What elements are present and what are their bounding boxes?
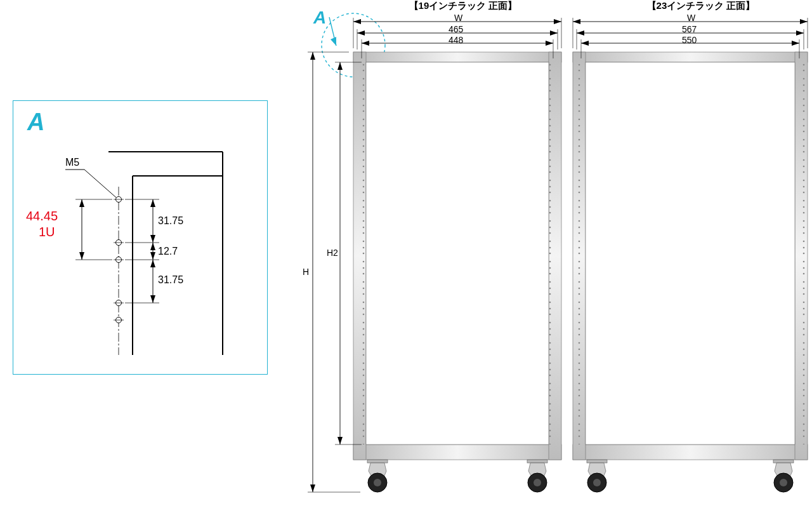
svg-marker-62 — [337, 62, 343, 70]
svg-rect-48 — [573, 444, 808, 460]
svg-marker-67 — [353, 19, 361, 24]
svg-rect-52 — [795, 62, 808, 444]
rack19-inner: 448 — [449, 35, 463, 45]
rack19-outer: 465 — [449, 24, 463, 34]
svg-rect-51 — [573, 62, 586, 444]
svg-rect-53 — [586, 62, 795, 444]
svg-marker-88 — [796, 30, 804, 36]
svg-marker-83 — [800, 19, 808, 24]
h-label: H — [303, 267, 309, 277]
svg-marker-92 — [581, 41, 589, 46]
svg-marker-73 — [550, 30, 558, 36]
rack23-inner: 550 — [682, 35, 697, 45]
svg-marker-68 — [554, 19, 561, 24]
svg-marker-82 — [573, 19, 580, 24]
svg-marker-93 — [792, 41, 799, 46]
svg-marker-78 — [546, 41, 553, 46]
svg-rect-41 — [353, 444, 561, 460]
svg-marker-72 — [357, 30, 365, 36]
svg-marker-63 — [337, 437, 343, 444]
rack23-w: W — [687, 13, 695, 23]
h2-label: H2 — [327, 248, 338, 258]
rack23-outer: 567 — [682, 24, 697, 34]
svg-rect-45 — [549, 62, 561, 444]
svg-rect-40 — [353, 52, 561, 62]
svg-marker-57 — [310, 52, 315, 60]
svg-marker-77 — [362, 41, 369, 46]
rack19-w: W — [454, 13, 462, 23]
svg-marker-58 — [310, 485, 315, 492]
svg-rect-44 — [353, 62, 366, 444]
svg-marker-39 — [331, 37, 336, 46]
svg-marker-87 — [577, 30, 584, 36]
racks-drawing — [0, 0, 812, 508]
svg-rect-47 — [573, 52, 808, 62]
svg-rect-46 — [366, 62, 549, 444]
